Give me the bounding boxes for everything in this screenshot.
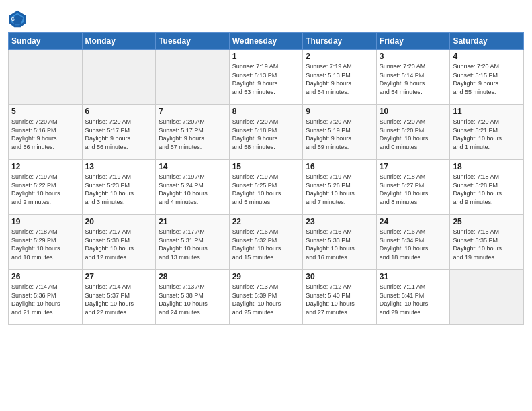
day-number: 23 <box>306 217 373 226</box>
day-number: 27 <box>85 272 153 281</box>
day-number: 7 <box>159 107 226 116</box>
day-number: 30 <box>306 272 373 281</box>
day-info: Sunrise: 7:14 AM Sunset: 5:36 PM Dayligh… <box>11 283 79 316</box>
day-info: Sunrise: 7:16 AM Sunset: 5:34 PM Dayligh… <box>380 228 447 261</box>
day-number: 2 <box>306 52 373 61</box>
day-info: Sunrise: 7:20 AM Sunset: 5:15 PM Dayligh… <box>453 62 521 96</box>
day-info: Sunrise: 7:17 AM Sunset: 5:30 PM Dayligh… <box>85 228 153 261</box>
day-info: Sunrise: 7:20 AM Sunset: 5:16 PM Dayligh… <box>11 118 79 151</box>
day-cell: 16Sunrise: 7:19 AM Sunset: 5:26 PM Dayli… <box>303 160 377 215</box>
day-cell: 3Sunrise: 7:20 AM Sunset: 5:14 PM Daylig… <box>376 50 450 105</box>
day-cell <box>156 50 230 105</box>
day-cell: 18Sunrise: 7:18 AM Sunset: 5:28 PM Dayli… <box>450 160 524 215</box>
day-number: 11 <box>453 107 521 116</box>
week-row-3: 12Sunrise: 7:19 AM Sunset: 5:22 PM Dayli… <box>9 160 524 215</box>
day-number: 21 <box>159 217 226 226</box>
day-cell: 1Sunrise: 7:19 AM Sunset: 5:13 PM Daylig… <box>229 50 303 105</box>
day-cell: 11Sunrise: 7:20 AM Sunset: 5:21 PM Dayli… <box>450 105 524 160</box>
day-cell: 17Sunrise: 7:18 AM Sunset: 5:27 PM Dayli… <box>376 160 450 215</box>
day-info: Sunrise: 7:16 AM Sunset: 5:32 PM Dayligh… <box>232 228 300 261</box>
day-info: Sunrise: 7:16 AM Sunset: 5:33 PM Dayligh… <box>306 228 373 261</box>
day-number: 29 <box>232 272 300 281</box>
day-cell: 14Sunrise: 7:19 AM Sunset: 5:24 PM Dayli… <box>156 160 230 215</box>
day-cell: 13Sunrise: 7:19 AM Sunset: 5:23 PM Dayli… <box>82 160 156 215</box>
day-info: Sunrise: 7:14 AM Sunset: 5:37 PM Dayligh… <box>85 283 153 316</box>
day-number: 1 <box>232 52 300 61</box>
day-cell: 9Sunrise: 7:20 AM Sunset: 5:19 PM Daylig… <box>303 105 377 160</box>
day-info: Sunrise: 7:20 AM Sunset: 5:19 PM Dayligh… <box>306 118 373 151</box>
day-number: 18 <box>453 162 521 171</box>
day-cell <box>9 50 83 105</box>
day-number: 28 <box>159 272 226 281</box>
day-info: Sunrise: 7:19 AM Sunset: 5:26 PM Dayligh… <box>306 173 373 206</box>
day-number: 8 <box>232 107 300 116</box>
page-container: G SundayMondayTuesdayWednesdayThursdayFr… <box>0 0 532 330</box>
week-row-2: 5Sunrise: 7:20 AM Sunset: 5:16 PM Daylig… <box>9 105 524 160</box>
day-info: Sunrise: 7:20 AM Sunset: 5:20 PM Dayligh… <box>380 118 447 151</box>
day-header-wednesday: Wednesday <box>229 33 303 50</box>
day-number: 19 <box>11 217 79 226</box>
day-headers: SundayMondayTuesdayWednesdayThursdayFrid… <box>9 33 524 50</box>
week-row-5: 26Sunrise: 7:14 AM Sunset: 5:36 PM Dayli… <box>9 270 524 325</box>
day-header-friday: Friday <box>376 33 450 50</box>
day-number: 4 <box>453 52 521 61</box>
day-cell: 22Sunrise: 7:16 AM Sunset: 5:32 PM Dayli… <box>229 215 303 270</box>
day-number: 10 <box>380 107 447 116</box>
day-number: 13 <box>85 162 153 171</box>
day-cell: 2Sunrise: 7:19 AM Sunset: 5:13 PM Daylig… <box>303 50 377 105</box>
day-number: 25 <box>453 217 521 226</box>
logo-icon: G <box>8 9 27 28</box>
day-info: Sunrise: 7:19 AM Sunset: 5:22 PM Dayligh… <box>11 173 79 206</box>
day-cell: 15Sunrise: 7:19 AM Sunset: 5:25 PM Dayli… <box>229 160 303 215</box>
day-info: Sunrise: 7:13 AM Sunset: 5:39 PM Dayligh… <box>232 283 300 316</box>
svg-text:G: G <box>11 17 15 21</box>
day-info: Sunrise: 7:19 AM Sunset: 5:13 PM Dayligh… <box>306 62 373 96</box>
day-number: 14 <box>159 162 226 171</box>
day-number: 20 <box>85 217 153 226</box>
day-number: 6 <box>85 107 153 116</box>
day-cell: 19Sunrise: 7:18 AM Sunset: 5:29 PM Dayli… <box>9 215 83 270</box>
day-header-tuesday: Tuesday <box>156 33 230 50</box>
day-number: 12 <box>11 162 79 171</box>
day-cell: 4Sunrise: 7:20 AM Sunset: 5:15 PM Daylig… <box>450 50 524 105</box>
day-cell: 27Sunrise: 7:14 AM Sunset: 5:37 PM Dayli… <box>82 270 156 325</box>
day-cell: 5Sunrise: 7:20 AM Sunset: 5:16 PM Daylig… <box>9 105 83 160</box>
day-number: 16 <box>306 162 373 171</box>
day-info: Sunrise: 7:18 AM Sunset: 5:29 PM Dayligh… <box>11 228 79 261</box>
day-number: 26 <box>11 272 79 281</box>
week-row-1: 1Sunrise: 7:19 AM Sunset: 5:13 PM Daylig… <box>9 50 524 105</box>
day-info: Sunrise: 7:20 AM Sunset: 5:21 PM Dayligh… <box>453 118 521 151</box>
day-info: Sunrise: 7:12 AM Sunset: 5:40 PM Dayligh… <box>306 283 373 316</box>
day-info: Sunrise: 7:19 AM Sunset: 5:23 PM Dayligh… <box>85 173 153 206</box>
day-number: 15 <box>232 162 300 171</box>
day-cell: 21Sunrise: 7:17 AM Sunset: 5:31 PM Dayli… <box>156 215 230 270</box>
day-cell: 26Sunrise: 7:14 AM Sunset: 5:36 PM Dayli… <box>9 270 83 325</box>
day-cell: 28Sunrise: 7:13 AM Sunset: 5:38 PM Dayli… <box>156 270 230 325</box>
day-cell: 20Sunrise: 7:17 AM Sunset: 5:30 PM Dayli… <box>82 215 156 270</box>
day-info: Sunrise: 7:19 AM Sunset: 5:24 PM Dayligh… <box>159 173 226 206</box>
day-info: Sunrise: 7:17 AM Sunset: 5:31 PM Dayligh… <box>159 228 226 261</box>
day-number: 9 <box>306 107 373 116</box>
day-cell: 24Sunrise: 7:16 AM Sunset: 5:34 PM Dayli… <box>376 215 450 270</box>
day-info: Sunrise: 7:18 AM Sunset: 5:28 PM Dayligh… <box>453 173 521 206</box>
day-cell: 25Sunrise: 7:15 AM Sunset: 5:35 PM Dayli… <box>450 215 524 270</box>
day-info: Sunrise: 7:15 AM Sunset: 5:35 PM Dayligh… <box>453 228 521 261</box>
day-number: 24 <box>380 217 447 226</box>
day-cell: 30Sunrise: 7:12 AM Sunset: 5:40 PM Dayli… <box>303 270 377 325</box>
day-header-monday: Monday <box>82 33 156 50</box>
day-number: 5 <box>11 107 79 116</box>
day-info: Sunrise: 7:19 AM Sunset: 5:25 PM Dayligh… <box>232 173 300 206</box>
day-header-saturday: Saturday <box>450 33 524 50</box>
day-number: 17 <box>380 162 447 171</box>
day-info: Sunrise: 7:19 AM Sunset: 5:13 PM Dayligh… <box>232 62 300 96</box>
day-number: 3 <box>380 52 447 61</box>
day-cell: 12Sunrise: 7:19 AM Sunset: 5:22 PM Dayli… <box>9 160 83 215</box>
day-info: Sunrise: 7:11 AM Sunset: 5:41 PM Dayligh… <box>380 283 447 316</box>
day-cell <box>82 50 156 105</box>
day-info: Sunrise: 7:20 AM Sunset: 5:18 PM Dayligh… <box>232 118 300 151</box>
day-cell: 31Sunrise: 7:11 AM Sunset: 5:41 PM Dayli… <box>376 270 450 325</box>
day-cell: 10Sunrise: 7:20 AM Sunset: 5:20 PM Dayli… <box>376 105 450 160</box>
logo: G <box>8 9 28 28</box>
day-cell: 29Sunrise: 7:13 AM Sunset: 5:39 PM Dayli… <box>229 270 303 325</box>
day-header-sunday: Sunday <box>9 33 83 50</box>
